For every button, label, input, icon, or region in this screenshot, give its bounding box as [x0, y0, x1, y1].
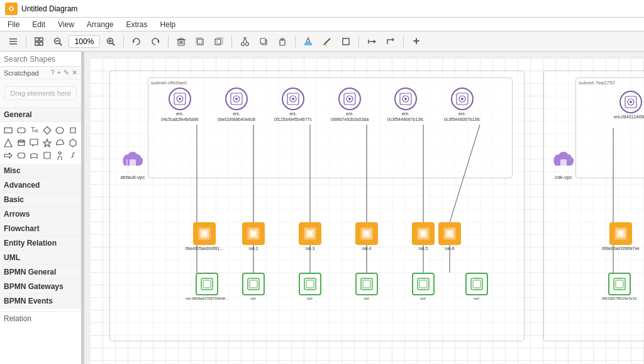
connector-button[interactable]: [364, 34, 380, 49]
svg-rect-106: [421, 231, 426, 236]
shape-tape[interactable]: [28, 150, 40, 161]
nat-node-4[interactable]: nat-4: [355, 222, 378, 251]
vol-node-4[interactable]: vol-: [355, 273, 378, 300]
shape-star[interactable]: [42, 137, 53, 149]
menu-arrange[interactable]: Arrange: [84, 19, 116, 30]
shape-document[interactable]: [42, 150, 53, 161]
vol-node-3[interactable]: vol-: [299, 273, 321, 300]
vol-node-1[interactable]: vol-0808a927687369d8...: [186, 273, 228, 300]
section-flowchart[interactable]: Flowchart: [0, 222, 81, 236]
vol-node-right[interactable]: 0f6338378524d7e10: [602, 273, 636, 300]
shape-text[interactable]: Tab: [28, 125, 40, 136]
shape-parallelogram[interactable]: [67, 125, 79, 136]
nat-node-5[interactable]: nat-5: [412, 222, 435, 251]
shape-rounded[interactable]: [16, 125, 27, 136]
menu-button[interactable]: [5, 34, 21, 49]
section-basic[interactable]: Basic: [0, 193, 81, 207]
menu-edit[interactable]: Edit: [30, 19, 48, 30]
fit-page-button[interactable]: [31, 34, 47, 49]
section-bpmn-events[interactable]: BPMN Events: [0, 294, 81, 309]
eni-node-5[interactable]: eni- 0c3f5448067b13fc: [387, 88, 424, 122]
nat-node-1[interactable]: 0be4005aa304991...: [186, 222, 223, 251]
shape-cloud[interactable]: [54, 137, 65, 149]
scratchpad-drop-area[interactable]: Drag elements here: [0, 79, 81, 108]
shape-diamond[interactable]: [42, 125, 53, 136]
svg-point-27: [241, 43, 244, 46]
vol-node-6[interactable]: vol-: [465, 273, 488, 300]
scratchpad-close[interactable]: ✕: [72, 69, 77, 77]
svg-marker-51: [4, 139, 12, 147]
shape-callout[interactable]: [28, 137, 40, 149]
section-bpmn-gateways[interactable]: BPMN Gateways: [0, 280, 81, 294]
vol-icon-1: [196, 273, 218, 295]
eni-node-3[interactable]: eni- 0f125d4945b4677c: [274, 88, 312, 122]
vol-node-5[interactable]: vol-: [412, 273, 435, 300]
shape-cylinder[interactable]: [16, 137, 27, 149]
eni-node-6[interactable]: eni- 0c3f5448067b13fc: [444, 88, 480, 122]
nat-node-right[interactable]: 068eb3a43390fe7ee: [602, 222, 640, 251]
zoom-level[interactable]: 100%: [69, 35, 100, 48]
default-vpc-node[interactable]: default-vpc: [119, 147, 146, 180]
section-arrows[interactable]: Arrows: [0, 207, 81, 222]
app-title: Untitled Diagram: [21, 4, 77, 13]
shape-brace[interactable]: [67, 150, 79, 161]
line-color-button[interactable]: [319, 34, 335, 49]
relation-label: Relation: [0, 311, 81, 326]
menu-file[interactable]: File: [5, 19, 22, 30]
section-general[interactable]: General: [0, 108, 81, 122]
eni-icon-right: [619, 91, 642, 113]
to-back-button[interactable]: [211, 34, 227, 49]
shape-arrow-right[interactable]: [3, 150, 14, 161]
undo-button[interactable]: [128, 34, 145, 49]
menu-extras[interactable]: Extras: [124, 19, 150, 30]
section-entity-relation[interactable]: Entity Relation: [0, 236, 81, 251]
shape-person[interactable]: [54, 150, 65, 161]
vol-label-2: vol-: [250, 297, 257, 300]
canvas-area[interactable]: default-vpc subnet-cffe0ae0: [84, 52, 644, 364]
to-front-button[interactable]: [192, 34, 208, 49]
eni-node-1[interactable]: eni- 04c5ca82fe4b6a96: [161, 88, 199, 122]
sep3: [168, 36, 169, 47]
delete-button[interactable]: [173, 34, 189, 49]
nat-node-2[interactable]: nat-2: [242, 222, 265, 251]
canvas[interactable]: default-vpc subnet-cffe0ae0: [91, 58, 644, 364]
zoom-in-button[interactable]: [103, 34, 119, 49]
cut-button[interactable]: [236, 34, 253, 49]
scratchpad-plus[interactable]: +: [57, 69, 61, 77]
section-misc[interactable]: Misc: [0, 164, 81, 178]
eni-node-right[interactable]: eni-094311485bd: [614, 91, 644, 119]
search-input[interactable]: [4, 55, 82, 64]
vol-node-2[interactable]: vol-: [242, 273, 265, 300]
shape-rectangle[interactable]: [3, 125, 14, 136]
shape-triangle[interactable]: [3, 137, 14, 149]
eni-node-2[interactable]: eni- 0bef2d068b40e6c8: [218, 88, 255, 122]
shape-process[interactable]: [16, 150, 27, 161]
paste-button[interactable]: [274, 34, 291, 49]
scratchpad-add[interactable]: ?: [50, 69, 54, 77]
eni-node-4[interactable]: eni- 089fd7e92b3a53da: [331, 88, 369, 122]
drag-hint: Drag elements here: [4, 86, 77, 100]
connector-type-button[interactable]: [382, 34, 399, 49]
svg-rect-119: [419, 280, 427, 288]
svg-line-10: [60, 43, 62, 45]
cdk-vpc-node[interactable]: cdk-vpc: [550, 147, 577, 180]
scratchpad-edit[interactable]: ✎: [64, 69, 69, 77]
fill-color-button[interactable]: [300, 34, 316, 49]
section-advanced[interactable]: Advanced: [0, 178, 81, 193]
copy-button[interactable]: [255, 34, 272, 49]
section-bpmn-general[interactable]: BPMN General: [0, 265, 81, 280]
menu-help[interactable]: Help: [158, 19, 179, 30]
nat-node-3[interactable]: nat-3: [299, 222, 321, 251]
shape-outline-button[interactable]: [338, 34, 354, 49]
redo-button[interactable]: [147, 34, 164, 49]
menu-view[interactable]: View: [55, 19, 77, 30]
shape-hexagon[interactable]: [67, 137, 79, 149]
zoom-out-button[interactable]: [50, 34, 66, 49]
vol-icon-4: [355, 273, 378, 295]
svg-rect-121: [473, 280, 480, 288]
section-uml[interactable]: UML: [0, 251, 81, 265]
shape-ellipse[interactable]: [54, 125, 65, 136]
nat-node-6[interactable]: nat-6: [438, 222, 461, 251]
vol-icon-5: [412, 273, 435, 295]
add-button[interactable]: +: [408, 34, 425, 49]
